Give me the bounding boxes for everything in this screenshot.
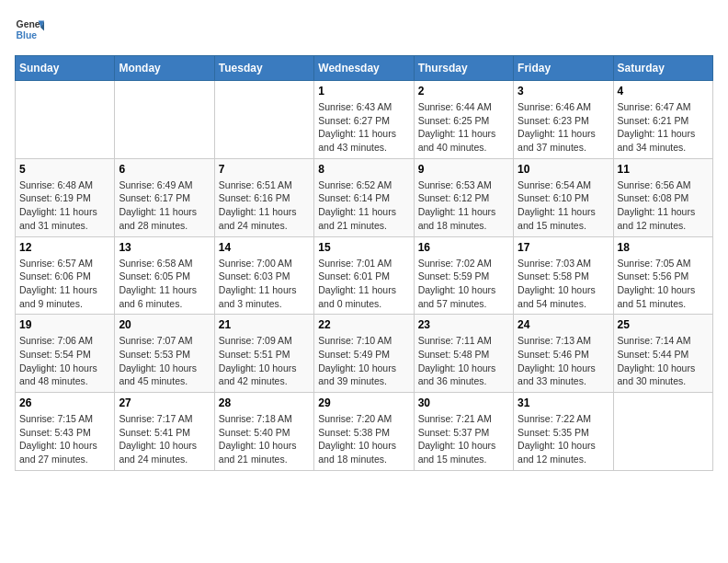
day-cell: 18Sunrise: 7:05 AM Sunset: 5:56 PM Dayli… bbox=[613, 236, 712, 315]
day-cell: 27Sunrise: 7:17 AM Sunset: 5:41 PM Dayli… bbox=[115, 393, 214, 471]
day-cell: 6Sunrise: 6:49 AM Sunset: 6:17 PM Daylig… bbox=[115, 158, 214, 236]
logo: General Blue bbox=[15, 15, 48, 44]
day-cell bbox=[214, 81, 313, 159]
day-cell: 14Sunrise: 7:00 AM Sunset: 6:03 PM Dayli… bbox=[214, 236, 313, 315]
day-info: Sunrise: 7:11 AM Sunset: 5:48 PM Dayligh… bbox=[418, 334, 509, 388]
day-number: 10 bbox=[518, 163, 609, 176]
day-number: 16 bbox=[418, 241, 509, 254]
day-cell: 23Sunrise: 7:11 AM Sunset: 5:48 PM Dayli… bbox=[414, 315, 513, 393]
weekday-header-monday: Monday bbox=[115, 56, 214, 81]
day-info: Sunrise: 6:44 AM Sunset: 6:25 PM Dayligh… bbox=[418, 100, 509, 155]
day-cell bbox=[613, 393, 712, 471]
day-cell bbox=[16, 81, 115, 159]
day-number: 29 bbox=[318, 396, 409, 409]
day-cell: 7Sunrise: 6:51 AM Sunset: 6:16 PM Daylig… bbox=[214, 158, 313, 236]
day-number: 28 bbox=[219, 396, 310, 409]
weekday-header-wednesday: Wednesday bbox=[314, 56, 414, 81]
day-number: 11 bbox=[618, 163, 709, 176]
day-cell: 3Sunrise: 6:46 AM Sunset: 6:23 PM Daylig… bbox=[514, 81, 613, 159]
week-row-2: 5Sunrise: 6:48 AM Sunset: 6:19 PM Daylig… bbox=[16, 158, 713, 236]
week-row-1: 1Sunrise: 6:43 AM Sunset: 6:27 PM Daylig… bbox=[16, 81, 713, 159]
day-number: 18 bbox=[618, 241, 709, 254]
day-info: Sunrise: 7:15 AM Sunset: 5:43 PM Dayligh… bbox=[19, 412, 110, 466]
day-cell: 21Sunrise: 7:09 AM Sunset: 5:51 PM Dayli… bbox=[214, 315, 313, 393]
day-number: 9 bbox=[418, 163, 509, 176]
week-row-4: 19Sunrise: 7:06 AM Sunset: 5:54 PM Dayli… bbox=[16, 315, 713, 393]
week-row-3: 12Sunrise: 6:57 AM Sunset: 6:06 PM Dayli… bbox=[16, 236, 713, 315]
day-cell: 10Sunrise: 6:54 AM Sunset: 6:10 PM Dayli… bbox=[514, 158, 613, 236]
day-number: 14 bbox=[219, 241, 310, 254]
day-info: Sunrise: 7:03 AM Sunset: 5:58 PM Dayligh… bbox=[518, 257, 609, 311]
day-number: 25 bbox=[618, 318, 709, 331]
day-cell: 1Sunrise: 6:43 AM Sunset: 6:27 PM Daylig… bbox=[314, 81, 414, 159]
day-cell: 17Sunrise: 7:03 AM Sunset: 5:58 PM Dayli… bbox=[514, 236, 613, 315]
day-info: Sunrise: 7:21 AM Sunset: 5:37 PM Dayligh… bbox=[418, 412, 509, 466]
day-number: 13 bbox=[119, 241, 210, 254]
day-info: Sunrise: 7:02 AM Sunset: 5:59 PM Dayligh… bbox=[418, 257, 509, 311]
day-cell: 22Sunrise: 7:10 AM Sunset: 5:49 PM Dayli… bbox=[314, 315, 414, 393]
day-number: 1 bbox=[318, 85, 409, 98]
day-cell: 24Sunrise: 7:13 AM Sunset: 5:46 PM Dayli… bbox=[514, 315, 613, 393]
day-cell: 28Sunrise: 7:18 AM Sunset: 5:40 PM Dayli… bbox=[214, 393, 313, 471]
day-cell: 26Sunrise: 7:15 AM Sunset: 5:43 PM Dayli… bbox=[16, 393, 115, 471]
day-number: 6 bbox=[119, 163, 210, 176]
day-cell: 2Sunrise: 6:44 AM Sunset: 6:25 PM Daylig… bbox=[414, 81, 513, 159]
day-number: 23 bbox=[418, 318, 509, 331]
day-info: Sunrise: 6:56 AM Sunset: 6:08 PM Dayligh… bbox=[618, 178, 709, 233]
day-info: Sunrise: 7:17 AM Sunset: 5:41 PM Dayligh… bbox=[119, 412, 210, 466]
day-number: 2 bbox=[418, 85, 509, 98]
day-info: Sunrise: 6:48 AM Sunset: 6:19 PM Dayligh… bbox=[19, 178, 110, 233]
day-cell: 9Sunrise: 6:53 AM Sunset: 6:12 PM Daylig… bbox=[414, 158, 513, 236]
week-row-5: 26Sunrise: 7:15 AM Sunset: 5:43 PM Dayli… bbox=[16, 393, 713, 471]
day-info: Sunrise: 7:22 AM Sunset: 5:35 PM Dayligh… bbox=[518, 412, 609, 466]
day-info: Sunrise: 6:54 AM Sunset: 6:10 PM Dayligh… bbox=[518, 178, 609, 233]
day-cell: 19Sunrise: 7:06 AM Sunset: 5:54 PM Dayli… bbox=[16, 315, 115, 393]
day-info: Sunrise: 7:09 AM Sunset: 5:51 PM Dayligh… bbox=[219, 334, 310, 388]
day-info: Sunrise: 7:00 AM Sunset: 6:03 PM Dayligh… bbox=[219, 257, 310, 311]
day-cell: 31Sunrise: 7:22 AM Sunset: 5:35 PM Dayli… bbox=[514, 393, 613, 471]
day-cell: 13Sunrise: 6:58 AM Sunset: 6:05 PM Dayli… bbox=[115, 236, 214, 315]
day-number: 27 bbox=[119, 396, 210, 409]
day-cell: 30Sunrise: 7:21 AM Sunset: 5:37 PM Dayli… bbox=[414, 393, 513, 471]
weekday-header-tuesday: Tuesday bbox=[214, 56, 313, 81]
day-number: 19 bbox=[19, 318, 110, 331]
day-info: Sunrise: 7:06 AM Sunset: 5:54 PM Dayligh… bbox=[19, 334, 110, 388]
day-number: 22 bbox=[318, 318, 409, 331]
day-cell: 4Sunrise: 6:47 AM Sunset: 6:21 PM Daylig… bbox=[613, 81, 712, 159]
day-cell: 8Sunrise: 6:52 AM Sunset: 6:14 PM Daylig… bbox=[314, 158, 414, 236]
day-info: Sunrise: 6:47 AM Sunset: 6:21 PM Dayligh… bbox=[618, 100, 709, 155]
calendar-header: SundayMondayTuesdayWednesdayThursdayFrid… bbox=[16, 56, 713, 81]
svg-text:Blue: Blue bbox=[17, 30, 38, 40]
weekday-header-sunday: Sunday bbox=[16, 56, 115, 81]
calendar-body: 1Sunrise: 6:43 AM Sunset: 6:27 PM Daylig… bbox=[16, 81, 713, 471]
day-number: 3 bbox=[518, 85, 609, 98]
day-number: 4 bbox=[618, 85, 709, 98]
day-number: 12 bbox=[19, 241, 110, 254]
day-info: Sunrise: 7:01 AM Sunset: 6:01 PM Dayligh… bbox=[318, 257, 409, 311]
day-info: Sunrise: 7:05 AM Sunset: 5:56 PM Dayligh… bbox=[618, 257, 709, 311]
day-info: Sunrise: 7:07 AM Sunset: 5:53 PM Dayligh… bbox=[119, 334, 210, 388]
day-cell bbox=[115, 81, 214, 159]
day-number: 17 bbox=[518, 241, 609, 254]
day-number: 21 bbox=[219, 318, 310, 331]
day-info: Sunrise: 6:49 AM Sunset: 6:17 PM Dayligh… bbox=[119, 178, 210, 233]
weekday-header-saturday: Saturday bbox=[613, 56, 712, 81]
day-info: Sunrise: 7:10 AM Sunset: 5:49 PM Dayligh… bbox=[318, 334, 409, 388]
day-info: Sunrise: 6:51 AM Sunset: 6:16 PM Dayligh… bbox=[219, 178, 310, 233]
day-info: Sunrise: 6:58 AM Sunset: 6:05 PM Dayligh… bbox=[119, 257, 210, 311]
calendar-table: SundayMondayTuesdayWednesdayThursdayFrid… bbox=[15, 55, 713, 471]
day-info: Sunrise: 6:57 AM Sunset: 6:06 PM Dayligh… bbox=[19, 257, 110, 311]
day-cell: 12Sunrise: 6:57 AM Sunset: 6:06 PM Dayli… bbox=[16, 236, 115, 315]
day-cell: 16Sunrise: 7:02 AM Sunset: 5:59 PM Dayli… bbox=[414, 236, 513, 315]
day-cell: 25Sunrise: 7:14 AM Sunset: 5:44 PM Dayli… bbox=[613, 315, 712, 393]
day-number: 31 bbox=[518, 396, 609, 409]
day-number: 15 bbox=[318, 241, 409, 254]
day-info: Sunrise: 7:20 AM Sunset: 5:38 PM Dayligh… bbox=[318, 412, 409, 466]
day-number: 20 bbox=[119, 318, 210, 331]
weekday-header-thursday: Thursday bbox=[414, 56, 513, 81]
day-info: Sunrise: 6:43 AM Sunset: 6:27 PM Dayligh… bbox=[318, 100, 409, 155]
day-number: 24 bbox=[518, 318, 609, 331]
day-cell: 11Sunrise: 6:56 AM Sunset: 6:08 PM Dayli… bbox=[613, 158, 712, 236]
day-number: 8 bbox=[318, 163, 409, 176]
day-number: 5 bbox=[19, 163, 110, 176]
